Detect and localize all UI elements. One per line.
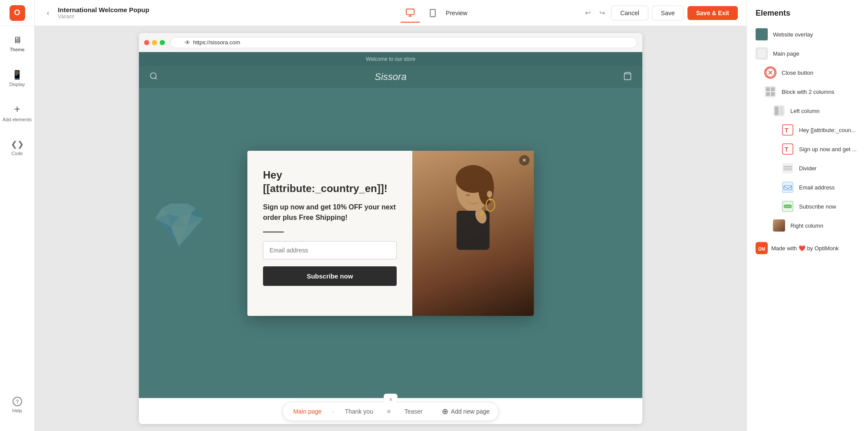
main-page-label: Main page: [773, 50, 799, 57]
theme-label: Theme: [10, 47, 24, 52]
svg-point-13: [487, 191, 492, 198]
tab-teaser[interactable]: Teaser: [394, 404, 433, 419]
element-subscribe-button[interactable]: button Subscribe now: [747, 197, 868, 216]
right-column-icon: [773, 219, 785, 232]
close-button-label: Close button: [782, 70, 813, 76]
chevron-up-icon[interactable]: ∧: [384, 394, 398, 402]
element-main-page[interactable]: Main page: [747, 44, 868, 63]
help-label: Help: [12, 408, 22, 413]
made-with-optimonk[interactable]: OM Made with ❤️ by OptiMonk: [747, 239, 868, 258]
svg-rect-19: [756, 28, 768, 40]
right-column-label: Right column: [790, 222, 823, 229]
svg-rect-27: [766, 92, 770, 96]
sidebar-item-theme[interactable]: 🖥 Theme: [0, 26, 35, 61]
svg-rect-26: [771, 87, 775, 91]
redo-button[interactable]: ↪: [597, 6, 608, 20]
cart-icon[interactable]: [623, 72, 632, 83]
svg-rect-20: [757, 49, 766, 58]
text-hey-icon: T: [782, 124, 794, 136]
popup-modal: Hey [[attribute:_country_en]]! Sign up n…: [247, 151, 534, 316]
store-name: Sissora: [375, 71, 406, 83]
main-area: ‹ International Welcome Popup Variant Pr…: [35, 0, 746, 431]
cancel-button[interactable]: Cancel: [611, 6, 648, 20]
browser-frame: 👁 https://sissora.com Welcome to our sto…: [139, 33, 642, 424]
subscribe-button-label: Subscribe now: [799, 203, 836, 210]
device-switcher: Preview: [401, 3, 467, 23]
element-website-overlay[interactable]: Website overlay: [747, 25, 868, 44]
svg-rect-30: [775, 106, 779, 115]
undo-button[interactable]: ↩: [582, 6, 593, 20]
earring-decoration: 💎: [152, 199, 206, 251]
text-signup-label: Sign up now and get ...: [799, 146, 857, 153]
element-block-2cols[interactable]: Block with 2 columns: [747, 82, 868, 101]
right-panel: Elements Website overlay Main page Close…: [746, 0, 868, 431]
element-text-signup[interactable]: T Sign up now and get ...: [747, 139, 868, 159]
sidebar-item-display[interactable]: 📱 Display: [0, 61, 35, 96]
popup-left-column: Hey [[attribute:_country_en]]! Sign up n…: [247, 151, 412, 316]
svg-rect-28: [771, 92, 775, 96]
search-icon[interactable]: [149, 72, 158, 83]
tab-main-page[interactable]: Main page: [283, 404, 332, 419]
element-right-column[interactable]: Right column: [747, 216, 868, 235]
popup-close-button[interactable]: ✕: [519, 155, 529, 166]
tab-thank-you[interactable]: Thank you: [334, 404, 383, 419]
element-left-column[interactable]: Left column: [747, 101, 868, 120]
dot-yellow: [152, 40, 157, 45]
eye-icon: 👁: [184, 39, 191, 46]
email-icon: [782, 181, 794, 193]
popup-subscribe-button[interactable]: Subscribe now: [263, 266, 397, 286]
svg-text:OM: OM: [758, 247, 765, 252]
code-icon: ❮❯: [11, 139, 24, 149]
divider-label: Divider: [799, 165, 816, 172]
popup-model-image: [412, 151, 534, 316]
sidebar-item-help[interactable]: ? Help: [0, 388, 35, 422]
left-column-icon: [773, 105, 785, 117]
preview-button[interactable]: Preview: [446, 10, 467, 17]
element-divider[interactable]: Divider: [747, 159, 868, 178]
text-signup-icon: T: [782, 143, 794, 155]
element-close-button[interactable]: Close button: [747, 63, 868, 82]
element-email-address[interactable]: Email address: [747, 178, 868, 197]
save-exit-button[interactable]: Save & Exit: [687, 6, 738, 20]
element-text-hey[interactable]: T Hey [[attribute:_coun...: [747, 120, 868, 139]
left-column-label: Left column: [790, 108, 819, 114]
svg-point-18: [480, 212, 483, 216]
help-icon: ?: [13, 397, 22, 406]
svg-rect-25: [766, 87, 770, 91]
store-banner: Welcome to our store: [139, 52, 642, 66]
text-hey-label: Hey [[attribute:_coun...: [799, 127, 856, 133]
svg-point-5: [151, 73, 156, 78]
svg-text:button: button: [785, 205, 791, 208]
popup-subtext: Sign up now and get 10% OFF your next or…: [263, 202, 397, 223]
add-page-button[interactable]: ⊕ Add new page: [433, 402, 499, 421]
dot-green: [160, 40, 165, 45]
add-page-icon: ⊕: [442, 407, 448, 416]
email-address-label: Email address: [799, 184, 835, 191]
sidebar-item-add[interactable]: + Add elements: [0, 96, 35, 130]
header-actions: ↩ ↪ Cancel Save Save & Exit: [582, 6, 738, 20]
sidebar-item-code[interactable]: ❮❯ Code: [0, 130, 35, 165]
sidebar-bottom: ? Help: [0, 388, 35, 422]
store-header: Sissora: [139, 66, 642, 88]
popup-email-input[interactable]: [263, 241, 397, 259]
dot-red: [144, 40, 149, 45]
tab-dot-1: [387, 410, 391, 413]
popup-right-column: ✕: [412, 151, 534, 316]
website-background: Welcome to our store Sissora: [139, 52, 642, 398]
url-bar: 👁 https://sissora.com: [170, 37, 637, 48]
app-logo[interactable]: O: [10, 5, 25, 21]
tab-wrapper: ∧ Main page › Thank you Teaser ⊕ Add new…: [283, 402, 499, 421]
overlay-icon: [756, 28, 768, 40]
back-button[interactable]: ‹: [43, 7, 53, 19]
display-icon: 📱: [12, 70, 23, 80]
svg-rect-31: [779, 106, 783, 115]
url-text: https://sissora.com: [193, 39, 240, 46]
block-2cols-icon: [764, 86, 776, 98]
svg-rect-0: [406, 9, 414, 14]
mobile-device-button[interactable]: [423, 3, 442, 23]
svg-line-6: [155, 77, 157, 79]
save-button[interactable]: Save: [652, 6, 684, 20]
logo-area: O: [0, 0, 35, 26]
add-icon: +: [14, 103, 20, 115]
desktop-device-button[interactable]: [401, 3, 420, 23]
